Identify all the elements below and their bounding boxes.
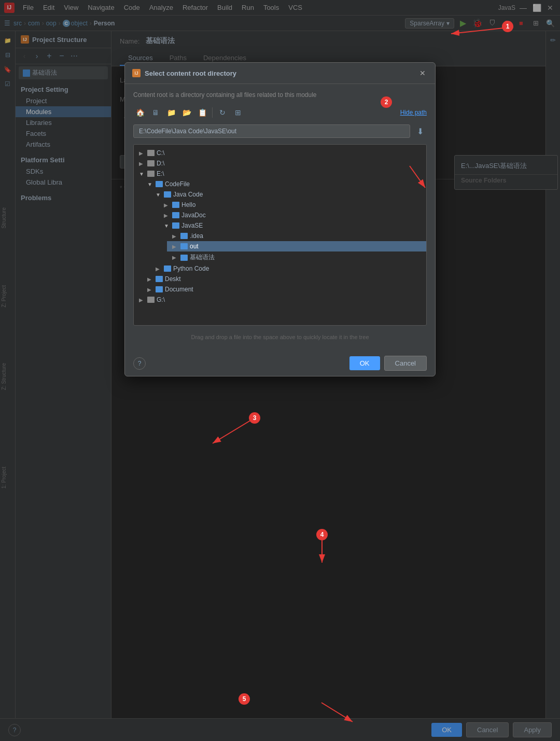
tree-item-hello[interactable]: ▶ Hello bbox=[159, 200, 426, 210]
dialog-title-bar: IJ Select content root directory ✕ bbox=[125, 63, 435, 84]
arrow-document: ▶ bbox=[147, 287, 153, 292]
expand-button[interactable]: 📂 bbox=[180, 106, 193, 119]
tree-item-deskt[interactable]: ▶ Deskt bbox=[142, 274, 426, 284]
dialog-icon: IJ bbox=[132, 69, 141, 77]
folder-icon-d bbox=[147, 160, 155, 166]
arrow-c: ▶ bbox=[139, 150, 145, 156]
annotation-3: 3 bbox=[249, 412, 260, 424]
path-input-row: ⬇ bbox=[133, 124, 427, 138]
folder-icon-javacode bbox=[164, 191, 171, 198]
folder-icon-deskt bbox=[156, 276, 163, 282]
dialog-toolbar: 🏠 🖥 📁 📂 📋 ↻ ⊞ Hide path bbox=[133, 106, 427, 119]
dialog-ok-button[interactable]: OK bbox=[349, 356, 380, 370]
arrow-pythoncode: ▶ bbox=[156, 266, 162, 272]
home-button[interactable]: 🏠 bbox=[133, 106, 147, 119]
file-tree[interactable]: ▶ C:\ ▶ D:\ ▼ E:\ ▼ bbox=[133, 144, 427, 326]
arrow-javacode: ▼ bbox=[156, 192, 162, 198]
folder-icon-jichuyufa bbox=[180, 255, 188, 261]
refresh-button[interactable]: ↻ bbox=[216, 106, 229, 119]
toolbar-separator bbox=[212, 107, 213, 118]
dialog-overlay: IJ Select content root directory ✕ Conte… bbox=[0, 0, 560, 741]
folder-icon-hello bbox=[172, 202, 179, 208]
arrow-idea: ▶ bbox=[172, 233, 178, 239]
annotation-5: 5 bbox=[239, 693, 250, 705]
dialog-close-button[interactable]: ✕ bbox=[417, 68, 428, 78]
arrow-hello: ▶ bbox=[164, 202, 170, 208]
annotation-2: 2 bbox=[381, 96, 392, 108]
arrow-jichuyufa: ▶ bbox=[172, 255, 178, 260]
desktop-button[interactable]: 🖥 bbox=[149, 106, 162, 119]
annotation-4: 4 bbox=[316, 529, 328, 540]
folder-icon-idea bbox=[180, 233, 188, 239]
tree-item-g[interactable]: ▶ G:\ bbox=[134, 295, 426, 305]
path-input[interactable] bbox=[133, 124, 410, 138]
dialog-footer: ? OK Cancel bbox=[125, 351, 435, 376]
dialog-title: Select content root directory bbox=[145, 69, 413, 77]
copy-button[interactable]: ⊞ bbox=[231, 106, 245, 119]
tree-item-javacode[interactable]: ▼ Java Code bbox=[150, 189, 426, 200]
tree-item-pythoncode[interactable]: ▶ Python Code bbox=[150, 263, 426, 274]
tree-item-document[interactable]: ▶ Document bbox=[142, 284, 426, 295]
content-root-dialog: IJ Select content root directory ✕ Conte… bbox=[124, 62, 436, 376]
tree-item-jichuyufa[interactable]: ▶ 基础语法 bbox=[167, 251, 426, 263]
tree-item-d[interactable]: ▶ D:\ bbox=[134, 158, 426, 169]
tree-item-javadoc[interactable]: ▶ JavaDoc bbox=[159, 210, 426, 220]
dialog-help-button[interactable]: ? bbox=[133, 357, 146, 370]
drag-drop-hint: Drag and drop a file into the space abov… bbox=[133, 331, 427, 343]
folder-icon-document bbox=[156, 286, 163, 292]
annotation-1: 1 bbox=[502, 21, 513, 32]
tree-item-out[interactable]: ▶ out bbox=[167, 241, 426, 251]
arrow-javadoc: ▶ bbox=[164, 213, 170, 218]
folder-icon-pythoncode bbox=[164, 265, 171, 272]
folder-icon-g bbox=[147, 297, 155, 303]
path-download-button[interactable]: ⬇ bbox=[413, 124, 427, 138]
dialog-body: Content root is a directory containing a… bbox=[125, 84, 435, 351]
arrow-g: ▶ bbox=[139, 297, 145, 303]
folder-icon-codefile bbox=[156, 181, 163, 187]
tree-item-javase[interactable]: ▼ JavaSE bbox=[159, 220, 426, 231]
tree-item-e[interactable]: ▼ E:\ bbox=[134, 169, 426, 179]
arrow-codefile: ▼ bbox=[147, 181, 153, 187]
folder-icon-c bbox=[147, 150, 155, 156]
folder-icon-javadoc bbox=[172, 212, 179, 218]
dialog-cancel-button[interactable]: Cancel bbox=[384, 356, 427, 371]
folder-icon-e bbox=[147, 171, 155, 177]
collapse-button[interactable]: 📋 bbox=[195, 106, 209, 119]
tree-item-c[interactable]: ▶ C:\ bbox=[134, 148, 426, 158]
folder-icon-out bbox=[180, 243, 188, 249]
arrow-d: ▶ bbox=[139, 161, 145, 166]
arrow-e: ▼ bbox=[139, 171, 145, 177]
hide-path-button[interactable]: Hide path bbox=[400, 109, 427, 116]
arrow-deskt: ▶ bbox=[147, 276, 153, 282]
arrow-javase: ▼ bbox=[164, 223, 170, 229]
tree-item-idea[interactable]: ▶ .idea bbox=[167, 231, 426, 241]
new-folder-button[interactable]: 📁 bbox=[164, 106, 178, 119]
tree-item-codefile[interactable]: ▼ CodeFile bbox=[142, 179, 426, 189]
folder-icon-javase bbox=[172, 222, 179, 229]
arrow-out: ▶ bbox=[172, 244, 178, 249]
